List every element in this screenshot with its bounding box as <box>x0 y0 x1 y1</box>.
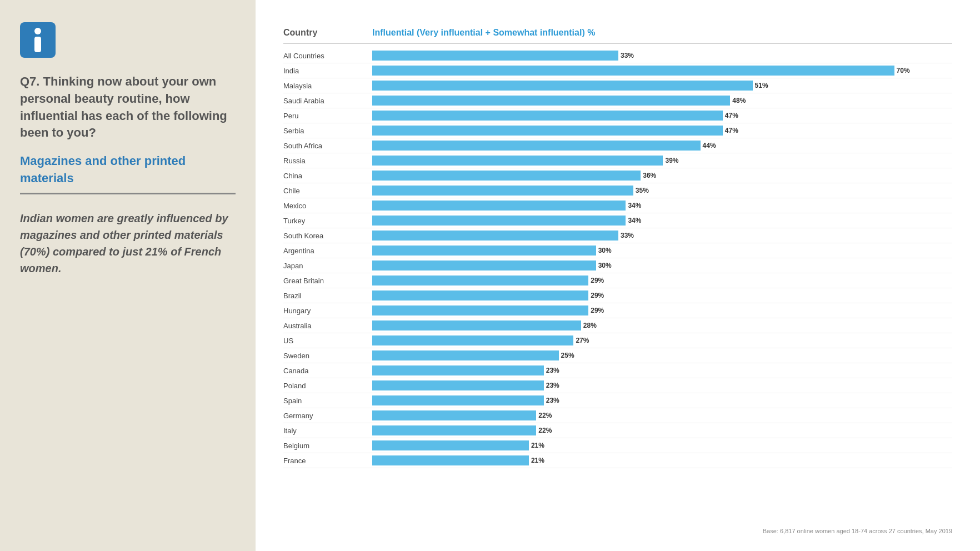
country-name: India <box>283 67 372 75</box>
bar <box>372 261 596 271</box>
question-text: Q7. Thinking now about your own personal… <box>20 73 236 142</box>
chart-row: US27% <box>283 333 952 348</box>
bar-label: 44% <box>701 142 716 149</box>
country-name: Poland <box>283 382 372 390</box>
chart-header: Country Influential (Very influential + … <box>283 28 952 44</box>
bar <box>372 425 536 435</box>
chart-row: Poland23% <box>283 378 952 393</box>
country-name: South Africa <box>283 142 372 150</box>
bar-container: 22% <box>372 425 952 436</box>
bar-container: 48% <box>372 95 952 106</box>
column-header-country: Country <box>283 28 372 38</box>
country-name: US <box>283 337 372 345</box>
bar-label: 70% <box>894 67 910 74</box>
chart-row: All Countries33% <box>283 48 952 63</box>
country-name: Russia <box>283 157 372 165</box>
bar <box>372 141 701 151</box>
chart-row: Malaysia51% <box>283 78 952 93</box>
chart-row: Italy22% <box>283 423 952 438</box>
bar-container: 30% <box>372 260 952 271</box>
bar-label: 30% <box>596 262 612 269</box>
chart-row: Brazil29% <box>283 288 952 303</box>
bar <box>372 410 536 420</box>
bar <box>372 276 588 285</box>
right-panel: Country Influential (Very influential + … <box>256 0 980 551</box>
bar <box>372 216 626 226</box>
chart-row: Japan30% <box>283 258 952 273</box>
bar-label: 47% <box>723 112 738 119</box>
bar <box>372 350 559 360</box>
bar-container: 33% <box>372 230 952 241</box>
country-name: Hungary <box>283 307 372 315</box>
bar-label: 23% <box>544 397 559 404</box>
chart-row: Russia39% <box>283 153 952 168</box>
chart-row: Chile35% <box>283 183 952 198</box>
bar-label: 22% <box>536 427 552 434</box>
bar-label: 27% <box>573 337 589 344</box>
bar <box>372 111 723 121</box>
country-name: Brazil <box>283 292 372 300</box>
svg-rect-1 <box>34 37 41 52</box>
bar <box>372 96 730 106</box>
country-name: Great Britain <box>283 277 372 285</box>
bar-container: 29% <box>372 275 952 286</box>
country-name: Argentina <box>283 247 372 255</box>
chart-row: Serbia47% <box>283 123 952 138</box>
bar <box>372 365 544 375</box>
column-header-bar: Influential (Very influential + Somewhat… <box>372 28 952 38</box>
bar-label: 28% <box>581 322 597 329</box>
country-name: Sweden <box>283 352 372 360</box>
bar-container: 27% <box>372 335 952 346</box>
ipsos-logo-icon <box>28 28 48 52</box>
bar-container: 29% <box>372 305 952 316</box>
chart-row: Canada23% <box>283 363 952 378</box>
bar-container: 21% <box>372 455 952 466</box>
bar <box>372 171 641 181</box>
bar-label: 25% <box>559 352 574 359</box>
chart-row: South Africa44% <box>283 138 952 153</box>
bar <box>372 440 529 450</box>
chart-row: Hungary29% <box>283 303 952 318</box>
bar-label: 34% <box>626 217 641 224</box>
bar <box>372 186 633 196</box>
bar-label: 33% <box>618 232 634 239</box>
bar-label: 34% <box>626 202 641 209</box>
bar-container: 30% <box>372 245 952 256</box>
chart-row: Australia28% <box>283 318 952 333</box>
country-name: France <box>283 457 372 465</box>
country-name: Peru <box>283 112 372 120</box>
footer-note: Base: 6,817 online women aged 18-74 acro… <box>283 528 952 534</box>
bar-container: 28% <box>372 320 952 331</box>
bar-label: 21% <box>529 457 544 464</box>
bar-container: 33% <box>372 50 952 61</box>
bar <box>372 380 544 390</box>
country-name: Japan <box>283 262 372 270</box>
insight-text: Indian women are greatly influenced by m… <box>20 210 236 277</box>
country-name: All Countries <box>283 52 372 60</box>
bar-container: 44% <box>372 140 952 151</box>
bar <box>372 156 663 166</box>
bar-label: 39% <box>663 157 678 164</box>
bar <box>372 335 573 345</box>
chart-row: Argentina30% <box>283 243 952 258</box>
chart-row: France21% <box>283 453 952 468</box>
bar-label: 51% <box>753 82 768 89</box>
bar <box>372 395 544 405</box>
bar <box>372 51 618 61</box>
bar-label: 30% <box>596 247 612 254</box>
svg-rect-0 <box>34 28 41 34</box>
bar-container: 29% <box>372 290 952 301</box>
bar <box>372 305 588 315</box>
country-name: China <box>283 172 372 180</box>
bar-container: 39% <box>372 155 952 166</box>
country-name: Italy <box>283 427 372 435</box>
country-name: Turkey <box>283 217 372 225</box>
bar-container: 51% <box>372 80 952 91</box>
chart-row: Turkey34% <box>283 213 952 228</box>
bar <box>372 81 753 91</box>
bar-label: 29% <box>588 292 604 299</box>
bar <box>372 290 588 300</box>
bar-container: 35% <box>372 185 952 196</box>
country-name: Australia <box>283 322 372 330</box>
logo <box>20 22 56 58</box>
